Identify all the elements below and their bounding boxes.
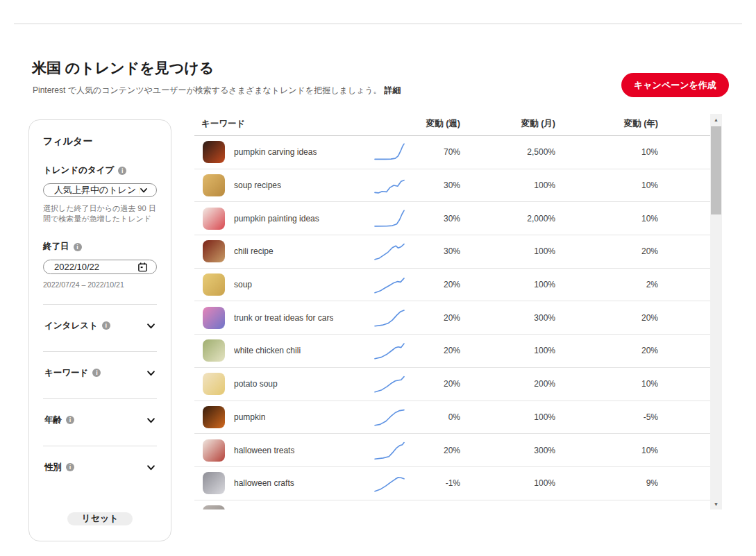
trend-sparkline-icon [374,373,405,394]
table-row[interactable]: soup recipes 30% 100% 10% [194,169,710,203]
info-icon[interactable]: i [66,463,74,471]
filter-section-label: 性別 [44,462,62,473]
change-month-value: 100% [460,180,555,190]
change-month-value: 100% [460,346,555,355]
change-month-value: 2,500% [460,147,555,157]
sparkline-cell [364,440,406,461]
trend-thumbnail [203,141,225,163]
chevron-down-icon [146,463,156,472]
trend-sparkline-icon [374,241,405,262]
trend-keyword: soup recipes [234,180,281,190]
trend-keyword: pumpkin [234,412,265,422]
change-year-value: -5% [555,412,658,422]
trend-thumbnail [203,339,225,362]
table-row[interactable]: pumpkin 0% 100% -5% [194,401,710,435]
create-campaign-button[interactable]: キャンペーンを作成 [621,73,729,97]
table-row[interactable]: halloween crafts -1% 100% 9% [194,467,710,500]
trend-type-select[interactable]: 人気上昇中のトレンド [43,183,157,197]
end-date-value: 2022/10/22 [54,262,99,272]
trends-table: キーワード 変動 (週) 変動 (月) 変動 (年) pumpkin carvi… [194,114,722,509]
keyword-cell: pumpkin painting ideas [194,208,364,230]
table-row[interactable] [194,500,710,509]
change-week-value: 0% [406,412,460,422]
filter-section[interactable]: インタレスト i [43,304,157,351]
table-inner: キーワード 変動 (週) 変動 (月) 変動 (年) pumpkin carvi… [194,114,710,509]
scroll-up-icon[interactable]: ▲ [710,114,722,125]
trend-keyword: halloween treats [234,446,294,455]
filter-section[interactable]: 年齢 i [43,398,157,446]
table-row[interactable]: potato soup 20% 200% 10% [194,368,710,401]
keyword-cell: pumpkin carving ideas [194,141,364,163]
table-row[interactable]: trunk or treat ideas for cars 20% 300% 2… [194,301,710,335]
trend-keyword: soup [234,280,252,289]
filter-section-label: インタレスト [44,320,98,332]
end-date-input[interactable]: 2022/10/22 [43,260,157,273]
sparkline-cell [364,506,406,509]
keyword-cell: halloween treats [194,439,364,462]
trend-thumbnail [203,439,225,462]
trend-sparkline-icon [374,506,405,509]
details-link[interactable]: 詳細 [385,85,401,95]
change-year-value: 10% [555,379,658,389]
column-header-month: 変動 (月) [460,118,555,130]
keyword-cell: chili recipe [194,240,364,262]
trend-sparkline-icon [374,208,405,229]
keyword-cell: white chicken chili [194,339,364,362]
trend-thumbnail [203,472,225,494]
info-icon[interactable]: i [118,167,126,175]
sparkline-cell [364,241,406,262]
chevron-down-icon [146,321,156,330]
trend-type-label-row: トレンドのタイプ i [43,165,157,176]
change-week-value: 30% [406,180,460,190]
info-icon[interactable]: i [74,243,82,251]
sparkline-cell [364,274,406,295]
trend-rows: pumpkin carving ideas 70% 2,500% 10% sou… [194,136,710,509]
keyword-cell: trunk or treat ideas for cars [194,307,364,329]
table-row[interactable]: soup 20% 100% 2% [194,269,710,302]
table-row[interactable]: pumpkin carving ideas 70% 2,500% 10% [194,136,710,169]
change-month-value: 300% [460,446,555,455]
trend-thumbnail [203,240,225,262]
change-week-value: 20% [406,313,460,323]
trend-sparkline-icon [374,274,405,295]
info-icon[interactable]: i [102,321,110,330]
keyword-cell: halloween crafts [194,472,364,494]
change-month-value: 200% [460,379,555,389]
change-month-value: 100% [460,412,555,422]
trend-thumbnail [203,373,225,395]
trend-type-label: トレンドのタイプ [43,165,114,176]
change-week-value: 30% [406,246,460,256]
sparkline-cell [364,308,406,328]
table-row[interactable]: pumpkin painting ideas 30% 2,000% 10% [194,202,710,235]
table-row[interactable]: chili recipe 30% 100% 20% [194,235,710,269]
trend-keyword: pumpkin carving ideas [234,147,317,157]
change-year-value: 10% [555,214,658,224]
reset-button[interactable]: リセット [67,512,132,525]
trend-type-value: 人気上昇中のトレンド [54,184,140,196]
trend-thumbnail [203,174,225,196]
trend-thumbnail [203,406,225,428]
filter-section[interactable]: 性別 i [43,446,157,493]
filter-section[interactable]: キーワード i [43,351,157,398]
keyword-cell [194,505,364,509]
info-icon[interactable]: i [66,416,74,424]
table-row[interactable]: halloween treats 20% 300% 10% [194,434,710,467]
table-row[interactable]: white chicken chili 20% 100% 20% [194,335,710,368]
change-week-value: 70% [406,147,460,157]
chevron-down-icon [146,416,156,425]
filter-section-label: キーワード [44,367,88,379]
scroll-down-icon[interactable]: ▼ [710,498,722,509]
sparkline-cell [364,407,406,428]
scrollbar[interactable]: ▲ ▼ [710,114,722,509]
chevron-down-icon [140,186,148,194]
sparkline-cell [364,142,406,162]
trend-keyword: trunk or treat ideas for cars [234,313,333,323]
scrollbar-thumb[interactable] [711,126,721,214]
column-header-keyword: キーワード [194,118,364,130]
info-icon[interactable]: i [92,369,101,377]
change-month-value: 2,000% [460,214,555,224]
filters-heading: フィルター [43,135,157,148]
subtitle-text: Pinterest で人気のコンテンツやユーザーが検索するさまざまなトレンドを把… [33,85,382,95]
change-year-value: 10% [555,147,658,157]
trend-keyword: potato soup [234,379,278,389]
